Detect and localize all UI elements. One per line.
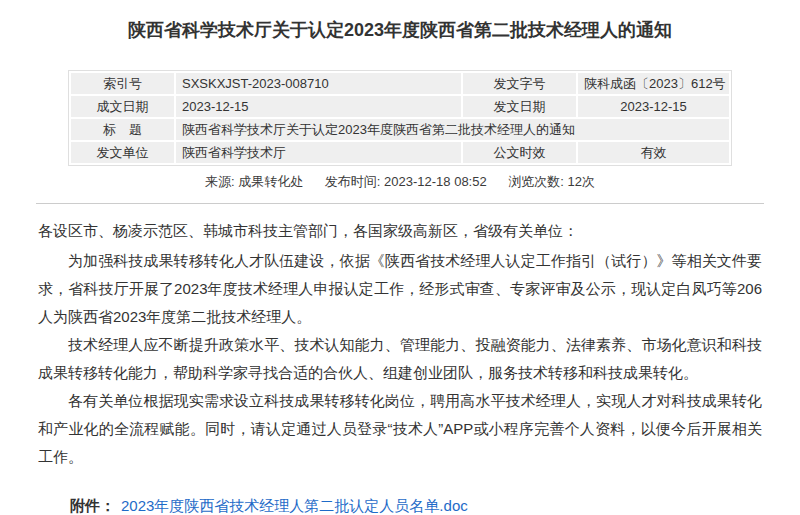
page-title: 陕西省科学技术厅关于认定2023年度陕西省第二批技术经理人的通知 [0,16,800,44]
views-label: 浏览次数: 12次 [508,174,595,189]
meta-label-index: 索引号 [71,73,174,94]
meta-row-index: 索引号 SXSKXJST-2023-008710 发文字号 陕科成函〔2023〕… [71,73,729,94]
meta-label-title: 标 题 [71,119,174,140]
meta-row-issuer: 发文单位 陕西省科学技术厅 公文时效 有效 [71,142,729,163]
meta-label-validity: 公文时效 [463,142,576,163]
source-info-line: 来源: 成果转化处 发布时间: 2023-12-18 08:52 浏览次数: 1… [0,173,800,191]
body-paragraph: 各有关单位根据现实需求设立科技成果转移转化岗位，聘用高水平技术经理人，实现人才对… [38,387,762,471]
meta-value-title: 陕西省科学技术厅关于认定2023年度陕西省第二批技术经理人的通知 [176,119,729,140]
meta-label-date-written: 成文日期 [71,96,174,117]
meta-value-issuer: 陕西省科学技术厅 [176,142,461,163]
publish-time-label: 发布时间: 2023-12-18 08:52 [325,174,487,189]
meta-value-doc-number: 陕科成函〔2023〕612号 [578,73,729,94]
meta-label-doc-number: 发文字号 [463,73,576,94]
meta-row-dates: 成文日期 2023-12-15 发文日期 2023-12-15 [71,96,729,117]
meta-row-title: 标 题 陕西省科学技术厅关于认定2023年度陕西省第二批技术经理人的通知 [71,119,729,140]
document-body: 各设区市、杨凌示范区、韩城市科技主管部门，各国家级高新区，省级有关单位： 为加强… [0,217,800,471]
meta-label-date-issued: 发文日期 [463,96,576,117]
meta-value-date-issued: 2023-12-15 [578,96,729,117]
meta-value-index: SXSKXJST-2023-008710 [176,73,461,94]
attachment-label: 附件： [70,497,115,514]
body-paragraph: 技术经理人应不断提升政策水平、技术认知能力、管理能力、投融资能力、法律素养、市场… [38,331,762,387]
meta-value-date-written: 2023-12-15 [176,96,461,117]
document-meta-table: 索引号 SXSKXJST-2023-008710 发文字号 陕科成函〔2023〕… [68,70,732,166]
meta-value-validity: 有效 [578,142,729,163]
attachment-link[interactable]: 2023年度陕西省技术经理人第二批认定人员名单.doc [121,497,468,514]
body-paragraph: 为加强科技成果转移转化人才队伍建设，依据《陕西省技术经理人认定工作指引（试行）》… [38,247,762,331]
meta-label-issuer: 发文单位 [71,142,174,163]
attachment-line: 附件：2023年度陕西省技术经理人第二批认定人员名单.doc [0,497,800,515]
source-label: 来源: 成果转化处 [205,174,303,189]
divider [36,203,764,204]
salutation: 各设区市、杨凌示范区、韩城市科技主管部门，各国家级高新区，省级有关单位： [38,217,762,245]
